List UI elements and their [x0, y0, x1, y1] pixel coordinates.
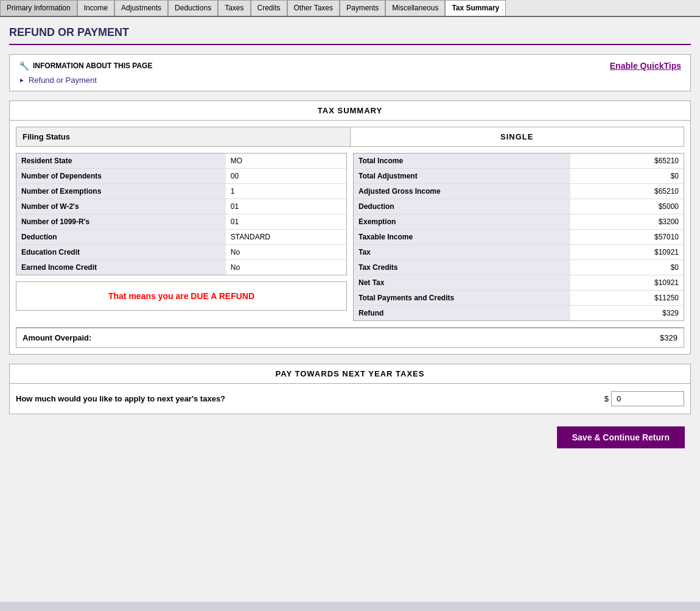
- info-panel-title: 🔧 INFORMATION ABOUT THIS PAGE: [19, 61, 152, 71]
- tab-credits[interactable]: Credits: [251, 0, 287, 16]
- table-row: Number of Dependents 00: [16, 169, 346, 184]
- filing-status-label: Filing Status: [16, 127, 351, 146]
- info-panel-link[interactable]: ► Refund or Payment: [19, 76, 681, 85]
- table-row: Taxable Income $57010: [354, 230, 684, 245]
- total-adjustment-label: Total Adjustment: [354, 169, 570, 183]
- total-payments-value: $11250: [570, 291, 684, 305]
- save-continue-button[interactable]: Save & Continue Return: [557, 426, 685, 448]
- num-1099rs-label: Number of 1099-R's: [16, 214, 226, 229]
- table-row: Number of W-2's 01: [16, 199, 346, 214]
- apply-next-year-row: How much would you like to apply to next…: [10, 384, 690, 414]
- total-income-value: $65210: [570, 154, 684, 168]
- deduction-value: STANDARD: [226, 230, 346, 244]
- table-row: Deduction $5000: [354, 199, 684, 214]
- education-credit-label: Education Credit: [16, 245, 226, 260]
- tab-deductions[interactable]: Deductions: [168, 0, 218, 16]
- table-row: Number of Exemptions 1: [16, 184, 346, 199]
- num-w2s-value: 01: [226, 199, 346, 214]
- exemption-label: Exemption: [354, 214, 570, 229]
- tab-miscellaneous[interactable]: Miscellaneous: [385, 0, 445, 16]
- table-row: Resident State MO: [16, 154, 346, 169]
- info-panel-header: 🔧 INFORMATION ABOUT THIS PAGE Enable Qui…: [19, 61, 681, 71]
- info-panel-link-text: Refund or Payment: [29, 76, 97, 85]
- table-row: Education Credit No: [16, 245, 346, 260]
- right-data-table: Total Income $65210 Total Adjustment $0 …: [353, 153, 684, 321]
- table-row: Number of 1099-R's 01: [16, 214, 346, 230]
- filing-status-value: SINGLE: [351, 127, 684, 146]
- tab-other-taxes[interactable]: Other Taxes: [287, 0, 340, 16]
- table-row: Total Payments and Credits $11250: [354, 291, 684, 306]
- title-divider: [9, 44, 691, 45]
- num-1099rs-value: 01: [226, 214, 346, 229]
- tax-summary-box: TAX SUMMARY Filing Status SINGLE Residen…: [9, 101, 691, 355]
- table-row: Deduction STANDARD: [16, 230, 346, 245]
- left-data-table: Resident State MO Number of Dependents 0…: [16, 153, 347, 275]
- table-row: Total Adjustment $0: [354, 169, 684, 184]
- arrow-right-icon: ►: [19, 77, 25, 83]
- deduction-right-label: Deduction: [354, 199, 570, 214]
- amount-overpaid-value: $329: [660, 333, 677, 342]
- refund-message: That means you are DUE A REFUND: [108, 291, 254, 301]
- left-column: Resident State MO Number of Dependents 0…: [16, 153, 347, 321]
- resident-state-label: Resident State: [16, 154, 226, 168]
- tab-tax-summary[interactable]: Tax Summary: [445, 0, 506, 16]
- amount-overpaid-label: Amount Overpaid:: [23, 333, 660, 342]
- num-exemptions-label: Number of Exemptions: [16, 184, 226, 199]
- refund-msg-box: That means you are DUE A REFUND: [16, 281, 347, 311]
- filing-status-row: Filing Status SINGLE: [16, 127, 684, 147]
- amount-overpaid-content: Amount Overpaid: $329: [16, 328, 684, 347]
- info-panel-title-text: INFORMATION ABOUT THIS PAGE: [33, 62, 152, 70]
- pay-next-year-box: PAY TOWARDS NEXT YEAR TAXES How much wou…: [9, 364, 691, 414]
- tax-label: Tax: [354, 245, 570, 260]
- tab-income[interactable]: Income: [77, 0, 114, 16]
- tab-primary-information[interactable]: Primary Information: [0, 0, 77, 16]
- agi-value: $65210: [570, 184, 684, 199]
- table-row: Exemption $3200: [354, 214, 684, 230]
- right-column: Total Income $65210 Total Adjustment $0 …: [353, 153, 684, 321]
- page-title: REFUND OR PAYMENT: [9, 26, 691, 39]
- info-panel: 🔧 INFORMATION ABOUT THIS PAGE Enable Qui…: [9, 54, 691, 91]
- table-row: Earned Income Credit No: [16, 260, 346, 275]
- taxable-income-value: $57010: [570, 230, 684, 244]
- num-dependents-label: Number of Dependents: [16, 169, 226, 183]
- apply-next-year-input[interactable]: [611, 391, 684, 406]
- tax-summary-body: Filing Status SINGLE Resident State MO N…: [10, 121, 690, 354]
- total-income-label: Total Income: [354, 154, 570, 168]
- total-adjustment-value: $0: [570, 169, 684, 183]
- earned-income-credit-value: No: [226, 260, 346, 275]
- table-row: Net Tax $10921: [354, 275, 684, 291]
- pay-next-year-header: PAY TOWARDS NEXT YEAR TAXES: [10, 364, 690, 384]
- tax-summary-header: TAX SUMMARY: [10, 101, 690, 121]
- exemption-value: $3200: [570, 214, 684, 229]
- tax-credits-value: $0: [570, 260, 684, 275]
- resident-state-value: MO: [226, 154, 346, 168]
- tax-credits-label: Tax Credits: [354, 260, 570, 275]
- enable-quicktips-link[interactable]: Enable QuickTips: [610, 61, 681, 71]
- table-row: Refund $329: [354, 306, 684, 320]
- nav-tabs: Primary Information Income Adjustments D…: [0, 0, 700, 17]
- amount-overpaid-row: Amount Overpaid: $329: [16, 327, 684, 348]
- tab-taxes[interactable]: Taxes: [218, 0, 250, 16]
- apply-next-year-label: How much would you like to apply to next…: [16, 394, 604, 403]
- total-payments-label: Total Payments and Credits: [354, 291, 570, 305]
- table-row: Tax Credits $0: [354, 260, 684, 275]
- refund-label: Refund: [354, 306, 570, 320]
- net-tax-value: $10921: [570, 275, 684, 290]
- agi-label: Adjusted Gross Income: [354, 184, 570, 199]
- table-row: Adjusted Gross Income $65210: [354, 184, 684, 199]
- tax-value: $10921: [570, 245, 684, 260]
- taxable-income-label: Taxable Income: [354, 230, 570, 244]
- education-credit-value: No: [226, 245, 346, 260]
- dollar-sign: $: [604, 394, 609, 403]
- tab-adjustments[interactable]: Adjustments: [114, 0, 168, 16]
- net-tax-label: Net Tax: [354, 275, 570, 290]
- deduction-right-value: $5000: [570, 199, 684, 214]
- refund-value: $329: [570, 306, 684, 320]
- table-row: Tax $10921: [354, 245, 684, 260]
- main-content: REFUND OR PAYMENT 🔧 INFORMATION ABOUT TH…: [0, 17, 700, 602]
- save-button-row: Save & Continue Return: [9, 426, 691, 448]
- num-dependents-value: 00: [226, 169, 346, 183]
- tab-payments[interactable]: Payments: [340, 0, 385, 16]
- num-w2s-label: Number of W-2's: [16, 199, 226, 214]
- earned-income-credit-label: Earned Income Credit: [16, 260, 226, 275]
